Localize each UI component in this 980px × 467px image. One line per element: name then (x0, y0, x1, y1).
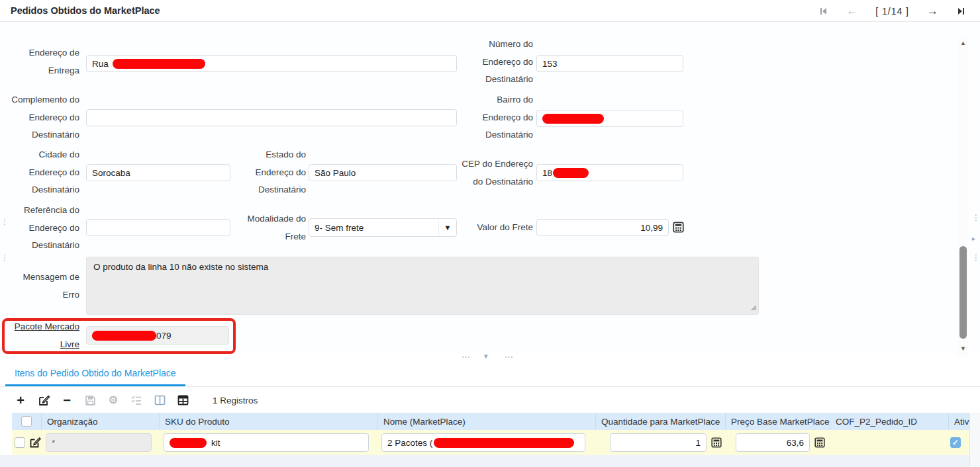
tab-itens-do-pedido[interactable]: Itens do Pedido Obtido do MarketPlace (5, 361, 185, 386)
pacote-mercado-livre-field[interactable]: 079 (86, 326, 229, 345)
panel-splitter-dots-icon[interactable]: ⋮ (972, 214, 980, 221)
redaction (542, 114, 604, 124)
cep-value: 18 (542, 168, 552, 178)
pacote-mercado-livre-label[interactable]: Pacote Mercado Livre (5, 318, 79, 353)
gear-icon: ⚙ (109, 394, 118, 406)
mensagem-erro-value: O produto da linha 10 não existe no sist… (93, 262, 268, 272)
panel-splitter-dots-icon[interactable]: ⋮ (972, 254, 980, 261)
valor-frete-field[interactable]: 10,99 (536, 219, 669, 236)
redaction (553, 168, 589, 178)
row-edit-icon[interactable] (28, 436, 42, 449)
panel-splitter-dots-icon[interactable]: ⋮ (1, 218, 9, 225)
preco-base-field[interactable]: 63,6 (736, 433, 810, 452)
table-row[interactable]: * kit 2 Pacotes ( ˆ 1 (12, 430, 969, 455)
calculator-icon[interactable] (673, 222, 684, 233)
scrollbar-thumb[interactable] (959, 246, 967, 339)
previous-record-icon[interactable]: ← (846, 5, 858, 18)
plus-icon: + (17, 394, 24, 406)
h-splitter-dots-icon[interactable]: ⋯ (462, 354, 470, 361)
mensagem-erro-textarea[interactable]: O produto da linha 10 não existe no sist… (86, 257, 759, 315)
next-record-icon[interactable]: → (927, 5, 938, 18)
edit-row-button[interactable] (37, 394, 50, 407)
grid-view-button[interactable] (176, 394, 189, 407)
table-empty-area (0, 455, 980, 467)
table-scrollbar[interactable] (969, 413, 980, 467)
estado-label: Estado do Endereço do Destinatário (244, 146, 306, 199)
window-header: Pedidos Obtidos do MarketPlace ← [ 1/14 … (0, 0, 980, 22)
sku-field[interactable]: kit (164, 433, 369, 452)
nome-field[interactable]: 2 Pacotes ( ˆ (381, 433, 585, 452)
endereco-entrega-value: Rua (92, 59, 109, 69)
col-quantidade[interactable]: Quantidade para MarketPlace (596, 413, 726, 430)
col-nome-marketplace[interactable]: Nome (MarketPlace) (378, 413, 596, 430)
save-button[interactable] (83, 394, 97, 407)
cep-label: CEP do Endereço do Destinatário (457, 155, 533, 191)
panel-splitter-dots-icon[interactable]: ⋮ (1, 254, 9, 261)
col-preco-base[interactable]: Preço Base MarketPlace (726, 413, 830, 430)
complemento-label: Complemento do Endereço do Destinatário (5, 91, 79, 144)
organizacao-field[interactable]: * (46, 433, 152, 452)
modalidade-frete-label: Modalidade do Frete (244, 210, 306, 245)
row-select-checkbox[interactable] (15, 437, 25, 448)
resize-grip-icon[interactable] (750, 303, 757, 313)
mensagem-erro-label: Mensagem de Erro (5, 269, 79, 304)
calculator-icon[interactable] (814, 437, 825, 448)
nome-redacted-wrap: ˆ (432, 438, 574, 448)
ativo-cell: ✓ (949, 430, 969, 455)
add-row-button[interactable]: + (14, 394, 27, 407)
dropdown-button[interactable]: ▼ (438, 219, 456, 236)
redaction (434, 438, 574, 448)
first-record-icon[interactable] (819, 7, 828, 16)
preco-base-cell: 63,6 (726, 430, 830, 455)
checklist-icon (130, 395, 142, 405)
estado-value: São Paulo (315, 168, 356, 178)
check-icon: ✓ (952, 438, 959, 447)
table-header-row: Organização SKU do Produto Nome (MarketP… (12, 413, 969, 430)
redaction (170, 438, 207, 448)
complemento-field[interactable] (86, 109, 457, 126)
modalidade-frete-select[interactable]: 9- Sem frete ▼ (309, 218, 457, 237)
redaction-artifact: ˆ (436, 433, 439, 440)
h-splitter-dots-icon[interactable]: ⋯ (505, 354, 513, 361)
endereco-entrega-field[interactable]: Rua (86, 55, 457, 72)
last-record-icon[interactable] (956, 7, 965, 16)
h-splitter-collapse-icon[interactable]: ▾ (484, 353, 488, 359)
nome-value: 2 Pacotes ( (387, 438, 432, 448)
col-sku-produto[interactable]: SKU do Produto (160, 413, 378, 430)
edit-icon (38, 394, 50, 407)
valor-frete-label: Valor do Frete (457, 219, 533, 237)
modalidade-frete-value: 9- Sem frete (315, 223, 364, 233)
cof-p2-pedido-id-cell (830, 430, 949, 455)
settings-button[interactable]: ⚙ (107, 394, 120, 407)
ativo-checkbox[interactable]: ✓ (950, 437, 961, 448)
col-cof-p2-pedido-id[interactable]: COF_P2_Pedido_ID (830, 413, 949, 430)
bairro-field[interactable] (536, 110, 683, 127)
chevron-down-icon: ▼ (444, 224, 452, 232)
numero-field[interactable]: 153 (536, 55, 683, 72)
referencia-field[interactable] (86, 219, 230, 236)
organizacao-value: * (52, 438, 55, 448)
save-icon (85, 395, 96, 406)
cidade-label: Cidade do Endereço do Destinatário (5, 146, 79, 199)
form-scrollbar[interactable]: ▲ ▼ (958, 36, 968, 356)
cep-field[interactable]: 18 (536, 164, 683, 181)
scroll-up-icon[interactable]: ▲ (958, 40, 968, 46)
col-ativo[interactable]: Ativ (949, 413, 969, 430)
select-all-checkbox[interactable] (21, 416, 32, 427)
col-organizacao[interactable]: Organização (42, 413, 160, 430)
checklist-button[interactable] (130, 394, 143, 407)
calculator-glyph (814, 437, 825, 448)
select-all-header (12, 413, 42, 430)
grid-toolbar: + − ⚙ (0, 389, 980, 411)
record-pager: ← [ 1/14 ] → (819, 0, 965, 22)
panel-splitter-collapse-icon[interactable]: ▸ (972, 235, 975, 242)
cidade-field[interactable]: Sorocaba (86, 164, 230, 181)
scroll-down-icon[interactable]: ▼ (958, 345, 968, 352)
quantidade-cell: 1 (596, 430, 726, 455)
delete-row-button[interactable]: − (60, 394, 74, 407)
referencia-label: Referência do Endereço do Destinatário (5, 202, 79, 255)
quantidade-field[interactable]: 1 (610, 433, 707, 452)
calculator-icon[interactable] (711, 437, 722, 448)
estado-field[interactable]: São Paulo (309, 164, 457, 181)
two-column-layout-button[interactable] (153, 394, 166, 407)
